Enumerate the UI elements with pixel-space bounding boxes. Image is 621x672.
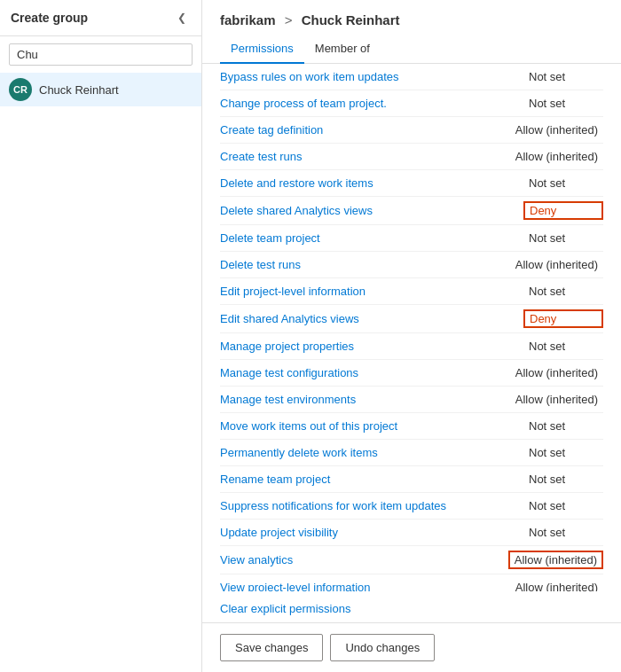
- permission-label[interactable]: Create tag definition: [220, 123, 323, 137]
- table-row: Change process of team project.Not set: [220, 90, 603, 117]
- table-row: Delete and restore work itemsNot set: [220, 170, 603, 197]
- breadcrumb-org: fabrikam: [220, 12, 276, 27]
- permission-value[interactable]: Not set: [523, 68, 603, 85]
- permission-value[interactable]: Not set: [523, 418, 603, 434]
- tab-bar: Permissions Member of: [202, 35, 621, 64]
- table-row: Rename team projectNot set: [220, 466, 603, 493]
- footer: Save changes Undo changes: [202, 622, 621, 672]
- permissions-list: Bypass rules on work item updatesNot set…: [202, 64, 621, 591]
- permission-label[interactable]: View analytics: [220, 553, 293, 567]
- permission-label[interactable]: Edit shared Analytics views: [220, 312, 359, 325]
- permission-value[interactable]: Not set: [523, 230, 603, 246]
- permission-label[interactable]: Manage test environments: [220, 393, 356, 406]
- table-row: Edit project-level informationNot set: [220, 278, 603, 305]
- permission-value[interactable]: Not set: [523, 338, 603, 355]
- permission-label[interactable]: View project-level information: [220, 581, 371, 591]
- table-row: Bypass rules on work item updatesNot set: [220, 64, 603, 90]
- permission-label[interactable]: Delete test runs: [220, 258, 301, 271]
- permission-label[interactable]: Bypass rules on work item updates: [220, 70, 399, 83]
- permission-value[interactable]: Allow (inherited): [510, 364, 603, 381]
- permission-label[interactable]: Permanently delete work items: [220, 446, 378, 459]
- search-input[interactable]: [9, 43, 193, 66]
- permission-value[interactable]: Not set: [523, 175, 603, 191]
- table-row: Edit shared Analytics viewsDeny: [220, 305, 603, 333]
- table-row: Create tag definitionAllow (inherited): [220, 117, 603, 144]
- permission-value[interactable]: Not set: [523, 95, 603, 112]
- permission-label[interactable]: Update project visibility: [220, 526, 338, 539]
- permission-label[interactable]: Manage test configurations: [220, 366, 358, 379]
- breadcrumb-user: Chuck Reinhart: [302, 12, 400, 27]
- permission-value[interactable]: Deny: [523, 201, 603, 220]
- permission-value[interactable]: Not set: [523, 524, 603, 541]
- sidebar: Create group ❮ CR Chuck Reinhart: [0, 0, 202, 672]
- permission-label[interactable]: Rename team project: [220, 473, 330, 486]
- table-row: Permanently delete work itemsNot set: [220, 440, 603, 466]
- permission-label[interactable]: Delete shared Analytics views: [220, 204, 373, 217]
- collapse-button[interactable]: ❮: [173, 9, 191, 27]
- table-row: Move work items out of this projectNot s…: [220, 413, 603, 440]
- permission-value[interactable]: Allow (inherited): [510, 579, 603, 591]
- table-row: Manage test configurationsAllow (inherit…: [220, 360, 603, 387]
- permission-value[interactable]: Deny: [523, 309, 603, 328]
- table-row: Suppress notifications for work item upd…: [220, 493, 603, 520]
- permission-label[interactable]: Move work items out of this project: [220, 419, 397, 433]
- permission-value[interactable]: Allow (inherited): [510, 256, 603, 273]
- permission-value[interactable]: Not set: [523, 444, 603, 461]
- permission-label[interactable]: Suppress notifications for work item upd…: [220, 499, 446, 512]
- permission-value[interactable]: Not set: [523, 471, 603, 488]
- breadcrumb: fabrikam > Chuck Reinhart: [202, 0, 621, 35]
- tab-member-of[interactable]: Member of: [304, 35, 381, 64]
- permission-value[interactable]: Allow (inherited): [510, 121, 603, 138]
- permission-value[interactable]: Allow (inherited): [508, 551, 603, 569]
- table-row: Delete test runsAllow (inherited): [220, 252, 603, 278]
- undo-button[interactable]: Undo changes: [330, 634, 435, 661]
- permission-value[interactable]: Allow (inherited): [510, 148, 603, 165]
- table-row: Delete shared Analytics viewsDeny: [220, 197, 603, 225]
- permission-label[interactable]: Edit project-level information: [220, 285, 366, 298]
- table-row: View project-level informationAllow (inh…: [220, 574, 603, 591]
- table-row: Manage test environmentsAllow (inherited…: [220, 387, 603, 413]
- permission-label[interactable]: Delete and restore work items: [220, 176, 373, 190]
- clear-permissions-link[interactable]: Clear explicit permissions: [202, 591, 621, 622]
- permission-value[interactable]: Not set: [523, 497, 603, 514]
- avatar: CR: [9, 78, 32, 101]
- permission-label[interactable]: Delete team project: [220, 231, 320, 245]
- user-list-item[interactable]: CR Chuck Reinhart: [0, 73, 201, 106]
- permission-label[interactable]: Change process of team project.: [220, 97, 387, 110]
- tab-permissions[interactable]: Permissions: [220, 35, 304, 64]
- table-row: Manage project propertiesNot set: [220, 333, 603, 360]
- permission-label[interactable]: Manage project properties: [220, 340, 354, 353]
- main-content: fabrikam > Chuck Reinhart Permissions Me…: [202, 0, 621, 672]
- user-name: Chuck Reinhart: [39, 83, 119, 97]
- table-row: Update project visibilityNot set: [220, 520, 603, 546]
- breadcrumb-separator: >: [285, 12, 293, 27]
- sidebar-title: Create group: [11, 11, 88, 25]
- permission-value[interactable]: Allow (inherited): [510, 391, 603, 408]
- permission-value[interactable]: Not set: [523, 283, 603, 300]
- sidebar-header: Create group ❮: [0, 0, 201, 36]
- table-row: Create test runsAllow (inherited): [220, 144, 603, 170]
- save-button[interactable]: Save changes: [220, 634, 323, 661]
- table-row: View analyticsAllow (inherited): [220, 546, 603, 574]
- permission-label[interactable]: Create test runs: [220, 150, 303, 163]
- table-row: Delete team projectNot set: [220, 225, 603, 252]
